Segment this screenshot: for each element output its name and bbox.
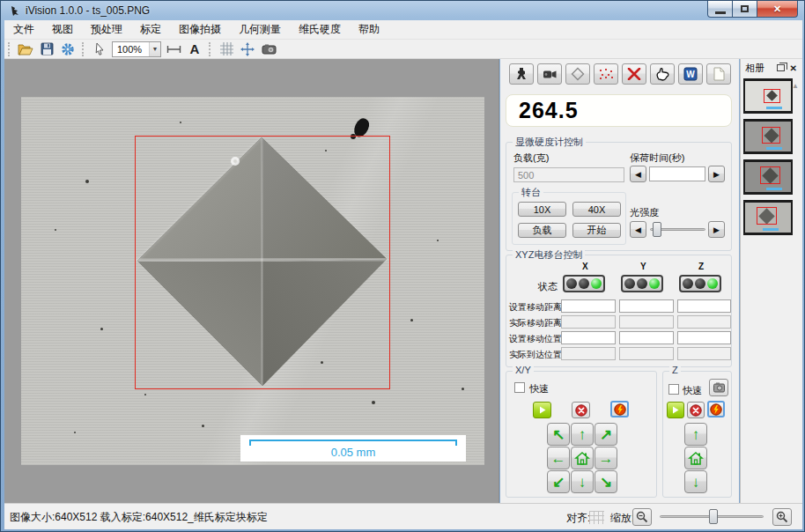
set-position-y-input[interactable] [619,331,674,344]
z-home-button[interactable] [684,447,707,469]
move-down-left-button[interactable]: ↙ [547,470,570,493]
z-autofocus-button[interactable] [709,379,728,396]
align-grid-icon[interactable] [589,511,604,524]
dwell-time-label: 保荷时间(秒) [630,151,684,165]
indent-measure-button[interactable] [565,63,590,85]
menu-calibration[interactable]: 标定 [131,20,170,39]
set-position-z-input[interactable] [677,331,731,344]
move-down-right-button[interactable]: ↘ [595,470,617,493]
xy-fast-checkbox[interactable] [514,382,525,393]
magnifier-minus-icon [636,511,648,523]
float-panel-icon[interactable] [777,64,785,71]
toolbar-grip [8,42,12,56]
calibration-points-button[interactable] [594,63,618,85]
actual-position-y-input [619,347,674,360]
pan-hand-button[interactable] [650,63,675,85]
measure-tool-button[interactable] [163,41,184,58]
arrow-down-icon: ↓ [579,475,587,490]
album-thumbnail[interactable] [743,159,793,195]
word-report-button[interactable]: W [678,63,703,85]
xy-power-button[interactable] [610,401,629,417]
save-button[interactable] [36,41,57,58]
delete-button[interactable] [622,63,646,85]
hardness-result-display: 264.5 [506,94,732,127]
start-button[interactable]: 开始 [572,223,621,238]
menu-vickers-hardness[interactable]: 维氏硬度 [290,20,350,39]
xy-stop-button[interactable] [572,402,590,418]
menu-help[interactable]: 帮助 [350,20,388,39]
album-close-icon[interactable]: ✕ [790,63,797,73]
light-intensity-slider[interactable] [650,221,705,238]
zoom-out-button[interactable] [632,508,652,526]
dwell-decrease-button[interactable]: ◀ [630,166,646,182]
text-annotation-button[interactable]: A [184,41,205,58]
set-position-x-input[interactable] [561,331,616,344]
slider-thumb[interactable] [709,509,718,524]
z-down-button[interactable]: ↓ [684,470,707,493]
set-distance-x-input[interactable] [561,299,616,313]
move-right-button[interactable]: → [595,447,617,469]
z-power-button[interactable] [707,401,725,417]
slider-thumb[interactable] [653,222,661,237]
xy-run-button[interactable] [533,402,551,418]
chevron-down-icon[interactable]: ▼ [149,42,160,56]
z-fast-checkbox[interactable] [668,384,679,395]
minimize-button[interactable] [707,1,733,18]
move-up-left-button[interactable]: ↖ [547,423,570,446]
new-page-button[interactable] [706,63,731,85]
objective-10x-button[interactable]: 10X [518,202,566,217]
zoom-in-button[interactable] [772,508,792,526]
micrograph-image[interactable]: 0.05 mm [21,97,484,465]
camera-capture-button[interactable] [258,41,279,58]
move-crosshair-button[interactable] [237,41,258,58]
load-input[interactable] [513,167,624,182]
title-bar[interactable]: iVision 1.0.0 - ts_005.PNG ✕ [1,1,804,20]
arrow-down-right-icon: ↘ [600,475,612,490]
video-capture-button[interactable] [537,63,562,85]
light-decrease-button[interactable]: ◀ [630,221,646,238]
tester-button[interactable] [509,63,534,85]
cursor-tool-button[interactable] [89,41,110,58]
menu-view[interactable]: 视图 [43,20,82,39]
speck [202,425,204,427]
z-run-button[interactable] [667,402,684,418]
apply-load-button[interactable]: 负载 [518,223,566,238]
app-icon [9,4,22,18]
grid-overlay-button[interactable] [216,41,237,58]
settings-gear-button[interactable] [57,41,78,58]
dwell-time-input[interactable] [649,166,705,181]
view-zoom-slider[interactable] [660,508,764,525]
menu-geometry-measure[interactable]: 几何测量 [230,20,290,39]
menu-image-capture[interactable]: 图像拍摄 [170,20,230,39]
light-increase-button[interactable]: ▶ [708,221,725,238]
album-scroll-up[interactable]: ▲ [792,82,799,90]
scale-bar: 0.05 mm [240,435,466,462]
arrow-up-icon: ↑ [579,427,587,442]
objective-40x-button[interactable]: 40X [572,202,621,217]
close-icon: ✕ [773,4,781,15]
menu-preprocess[interactable]: 预处理 [82,20,131,39]
dwell-increase-button[interactable]: ▶ [708,166,725,182]
load-label: 负载(克) [513,151,549,165]
open-file-button[interactable] [15,41,36,58]
measurement-roi-rectangle[interactable] [135,136,390,389]
close-button[interactable]: ✕ [757,1,798,18]
album-thumbnail[interactable] [743,119,793,154]
menu-file[interactable]: 文件 [4,20,43,39]
set-distance-y-input[interactable] [619,299,674,313]
set-distance-z-input[interactable] [677,299,731,313]
image-viewer[interactable]: 0.05 mm [4,59,499,503]
zoom-level-combobox[interactable]: 100% ▼ [112,41,161,57]
z-up-button[interactable]: ↑ [684,423,707,446]
z-stop-button[interactable] [687,402,705,418]
maximize-button[interactable] [733,1,757,18]
speck [144,394,146,395]
move-down-button[interactable]: ↓ [571,470,594,493]
album-thumbnail[interactable] [743,200,793,235]
move-left-button[interactable]: ← [547,447,570,469]
album-thumbnail[interactable] [743,78,793,114]
move-up-button[interactable]: ↑ [571,423,594,446]
move-up-right-button[interactable]: ↗ [595,423,617,446]
xy-home-button[interactable] [571,447,594,469]
arrow-down-left-icon: ↙ [552,475,565,490]
